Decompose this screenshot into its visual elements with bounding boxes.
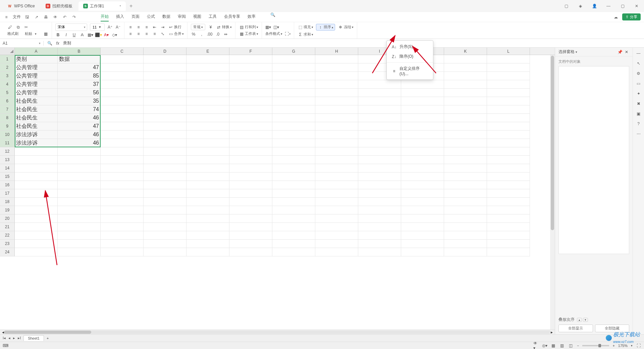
cell[interactable] <box>315 214 358 223</box>
row-header[interactable]: 7 <box>0 105 15 114</box>
cell[interactable] <box>315 72 358 80</box>
cell[interactable] <box>186 223 229 231</box>
cell[interactable] <box>401 240 444 248</box>
cell[interactable] <box>186 248 229 256</box>
bold-icon[interactable]: B <box>55 32 61 38</box>
cell[interactable] <box>315 147 358 156</box>
cell[interactable] <box>487 181 530 189</box>
preview-icon[interactable]: 👁 <box>52 15 58 19</box>
chevron-down-icon[interactable]: ▾ <box>83 26 87 29</box>
cell[interactable] <box>186 206 229 214</box>
cell[interactable] <box>229 214 272 223</box>
cell[interactable] <box>15 172 58 181</box>
cell[interactable] <box>315 89 358 97</box>
cell[interactable] <box>15 181 58 189</box>
object-list[interactable] <box>558 66 629 254</box>
cell[interactable] <box>58 198 101 206</box>
vertical-scrollbar[interactable] <box>550 55 555 330</box>
cell[interactable] <box>444 63 487 72</box>
cell[interactable]: 公共管理 <box>15 72 58 80</box>
cell[interactable] <box>144 248 186 256</box>
row-header[interactable]: 10 <box>0 131 15 139</box>
cell[interactable] <box>401 231 444 240</box>
cell[interactable] <box>58 147 101 156</box>
tab-template[interactable]: D 找稻壳模板 <box>41 1 77 11</box>
cell[interactable] <box>229 55 272 63</box>
percent-icon[interactable]: % <box>191 32 196 37</box>
cell[interactable] <box>229 240 272 248</box>
cell[interactable] <box>144 198 186 206</box>
cell[interactable] <box>487 97 530 105</box>
cell[interactable]: 涉法涉诉 <box>15 131 58 139</box>
cell[interactable] <box>101 63 144 72</box>
cell[interactable] <box>186 147 229 156</box>
cell[interactable] <box>186 80 229 89</box>
cell[interactable] <box>358 139 401 147</box>
cell[interactable] <box>144 181 186 189</box>
cell[interactable] <box>15 240 58 248</box>
cell[interactable] <box>487 231 530 240</box>
cell[interactable] <box>358 223 401 231</box>
cell[interactable] <box>444 72 487 80</box>
cell[interactable] <box>144 122 186 131</box>
cell[interactable] <box>358 214 401 223</box>
cell[interactable] <box>144 172 186 181</box>
cell[interactable] <box>101 240 144 248</box>
row-header[interactable]: 9 <box>0 122 15 131</box>
row-header[interactable]: 17 <box>0 189 15 198</box>
cell[interactable] <box>58 223 101 231</box>
cond-format-button[interactable]: 条件格式▾ <box>265 31 282 36</box>
cell[interactable]: 46 <box>58 114 101 122</box>
cell[interactable] <box>229 147 272 156</box>
cell[interactable] <box>186 63 229 72</box>
brush-icon[interactable]: 🖊 <box>7 24 13 30</box>
cell[interactable] <box>272 240 315 248</box>
cell[interactable] <box>272 214 315 223</box>
share-button[interactable]: ⇪分享 <box>622 13 641 20</box>
cell[interactable] <box>144 156 186 164</box>
row-col-button[interactable]: ▤行和列▾ <box>239 24 258 30</box>
eye-icon[interactable]: 👁▾ <box>533 343 539 348</box>
zoom-icon[interactable]: 🔍 <box>47 41 52 46</box>
cell[interactable] <box>229 114 272 122</box>
cell[interactable] <box>58 164 101 172</box>
cell[interactable] <box>229 122 272 131</box>
menu-tab-review[interactable]: 审阅 <box>178 12 186 21</box>
cell[interactable] <box>487 72 530 80</box>
cell[interactable] <box>401 248 444 256</box>
cell[interactable] <box>401 122 444 131</box>
cell[interactable] <box>315 122 358 131</box>
cell[interactable] <box>15 223 58 231</box>
cell[interactable] <box>144 89 186 97</box>
avatar-icon[interactable]: 👤 <box>590 4 599 8</box>
cell[interactable] <box>144 97 186 105</box>
cell[interactable] <box>15 189 58 198</box>
cell[interactable] <box>358 105 401 114</box>
cell[interactable] <box>272 223 315 231</box>
cell[interactable] <box>315 63 358 72</box>
cell[interactable] <box>229 198 272 206</box>
cell[interactable] <box>101 122 144 131</box>
cell[interactable] <box>229 89 272 97</box>
cell[interactable] <box>186 114 229 122</box>
cell[interactable] <box>101 105 144 114</box>
sum-button[interactable]: Σ求和▾ <box>298 32 313 37</box>
row-header[interactable]: 18 <box>0 198 15 206</box>
cell[interactable] <box>272 231 315 240</box>
convert-button[interactable]: ⇄转换▾ <box>216 24 232 30</box>
col-header[interactable]: C <box>101 48 144 55</box>
cell[interactable] <box>272 248 315 256</box>
cell[interactable] <box>144 72 186 80</box>
cell[interactable] <box>15 214 58 223</box>
inc-decimal-icon[interactable]: .00 <box>207 32 212 37</box>
cell[interactable] <box>401 105 444 114</box>
cell[interactable] <box>144 164 186 172</box>
table-style-icon[interactable]: ▦▾ <box>265 24 271 30</box>
cell[interactable] <box>444 164 487 172</box>
cell[interactable] <box>186 198 229 206</box>
orientation-icon[interactable]: ⤡ <box>160 31 165 37</box>
tab-workbook[interactable]: S 工作簿1 • <box>78 1 126 11</box>
menu-tab-page[interactable]: 页面 <box>131 12 140 21</box>
row-header[interactable]: 5 <box>0 89 15 97</box>
select-tool-icon[interactable]: ↖ <box>637 61 640 66</box>
